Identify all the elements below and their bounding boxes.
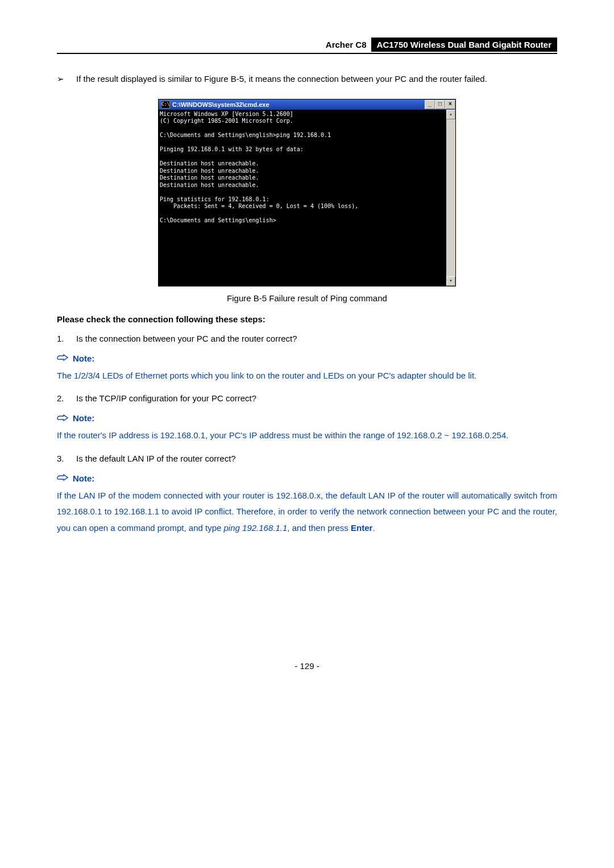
intro-bullet: ➢ If the result displayed is similar to … [57,71,557,88]
step-3: 3. Is the default LAN IP of the router c… [57,452,557,466]
note-heading-1: Note: [57,354,557,363]
header-product: AC1750 Wireless Dual Band Gigabit Router [371,38,557,52]
note3-part-b: , and then press [287,523,351,533]
header-model: Archer C8 [321,38,371,52]
cmd-output: Microsoft Windows XP [Version 5.1.2600] … [159,110,446,286]
note-3-body: If the LAN IP of the modem connected wit… [57,488,557,537]
note-heading-2: Note: [57,413,557,423]
step-number: 2. [57,392,76,405]
step-number: 3. [57,452,76,466]
note-label: Note: [73,354,94,363]
window-controls: _ □ × [425,100,455,109]
maximize-button[interactable]: □ [435,100,445,109]
cmd-icon: C:\ [161,101,170,109]
scroll-down-icon[interactable]: ▾ [446,276,455,286]
step-text: Is the connection between your PC and th… [76,332,297,346]
minimize-button[interactable]: _ [425,100,435,109]
note-1-body: The 1/2/3/4 LEDs of Ethernet ports which… [57,368,557,384]
intro-text: If the result displayed is similar to Fi… [76,71,487,88]
note3-part-c: . [372,523,375,533]
pointing-hand-icon [57,474,68,482]
scrollbar[interactable]: ▴ ▾ [446,110,455,286]
scroll-track[interactable] [446,119,455,276]
pointing-hand-icon [57,414,68,422]
triangle-bullet-icon: ➢ [57,71,76,88]
cmd-body-wrap: Microsoft Windows XP [Version 5.1.2600] … [159,110,455,286]
cmd-titlebar: C:\ C:\WINDOWS\system32\cmd.exe _ □ × [159,99,455,110]
page-header: Archer C8AC1750 Wireless Dual Band Gigab… [57,38,557,54]
cmd-title: C:\WINDOWS\system32\cmd.exe [172,101,425,108]
cmd-window: C:\ C:\WINDOWS\system32\cmd.exe _ □ × Mi… [158,99,456,286]
close-button[interactable]: × [445,100,455,109]
step-text: Is the TCP/IP configuration for your PC … [76,392,256,405]
scroll-up-icon[interactable]: ▴ [446,110,455,119]
figure-caption: Figure B-5 Failure result of Ping comman… [57,293,557,303]
pointing-hand-icon [57,354,68,362]
note3-enter: Enter [351,523,372,533]
document-page: Archer C8AC1750 Wireless Dual Band Gigab… [0,0,614,693]
note-label: Note: [73,474,94,483]
step-number: 1. [57,332,76,346]
step-2: 2. Is the TCP/IP configuration for your … [57,392,557,405]
note3-command: ping 192.168.1.1 [224,523,288,533]
check-heading: Please check the connection following th… [57,314,557,324]
step-1: 1. Is the connection between your PC and… [57,332,557,346]
note-2-body: If the router's IP address is 192.168.0.… [57,427,557,444]
note-heading-3: Note: [57,474,557,483]
note-label: Note: [73,413,94,423]
page-number: - 129 - [57,661,557,671]
step-text: Is the default LAN IP of the router corr… [76,452,236,466]
